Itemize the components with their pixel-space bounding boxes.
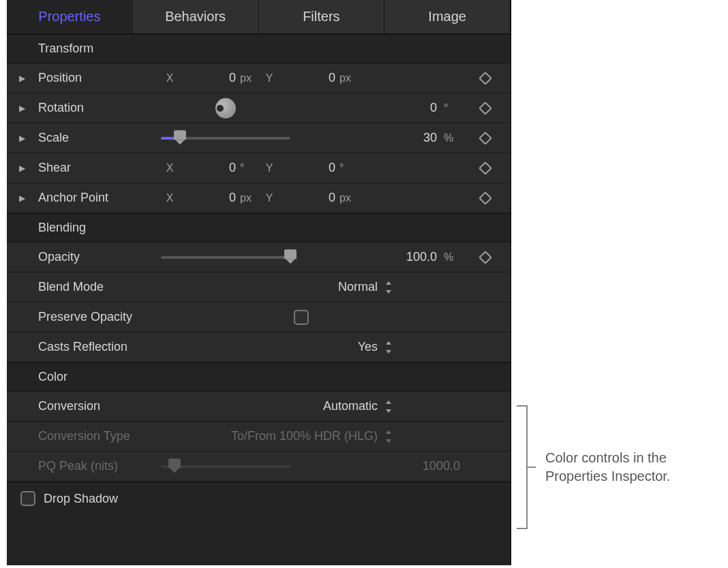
keyframe-button[interactable]: [468, 163, 502, 173]
row-drop-shadow: Drop Shadow: [7, 482, 511, 514]
pq-peak-label: PQ Peak (nits): [38, 459, 161, 473]
shear-x-value[interactable]: 0: [179, 161, 240, 175]
diamond-icon: [479, 251, 492, 264]
pq-peak-value: 1000.0: [396, 459, 464, 473]
anchor-x-value[interactable]: 0: [179, 191, 240, 205]
anchor-y-value[interactable]: 0: [278, 191, 339, 205]
row-scale: ▶ Scale 30 %: [7, 123, 511, 153]
updown-arrows-icon: [384, 430, 393, 443]
rotation-dial-wrap: [161, 98, 290, 119]
annotation-text: Color controls in the Properties Inspect…: [545, 449, 716, 486]
opacity-slider[interactable]: [161, 256, 290, 259]
opacity-label: Opacity: [38, 250, 161, 264]
rotation-dial[interactable]: [215, 98, 236, 119]
row-conversion-type: Conversion Type To/From 100% HDR (HLG): [7, 422, 511, 452]
unit-px: px: [240, 72, 260, 84]
bracket-icon: [511, 405, 528, 529]
properties-inspector-panel: Properties Behaviors Filters Image Trans…: [7, 0, 511, 565]
keyframe-button[interactable]: [468, 133, 502, 143]
position-y-value[interactable]: 0: [278, 71, 339, 85]
disclosure-icon[interactable]: ▶: [19, 133, 30, 143]
updown-arrows-icon[interactable]: [384, 400, 393, 413]
conversion-value[interactable]: Automatic: [323, 399, 378, 413]
tab-filters[interactable]: Filters: [259, 0, 385, 33]
unit-px: px: [240, 192, 260, 204]
diamond-icon: [479, 72, 492, 85]
scale-value[interactable]: 30: [393, 131, 441, 145]
preserve-opacity-label: Preserve Opacity: [38, 310, 161, 324]
drop-shadow-label: Drop Shadow: [44, 492, 118, 506]
diamond-icon: [479, 161, 492, 175]
y-axis-label: Y: [260, 72, 278, 84]
disclosure-icon[interactable]: ▶: [19, 74, 30, 83]
casts-reflection-label: Casts Reflection: [38, 340, 161, 354]
row-rotation: ▶ Rotation 0 °: [7, 93, 511, 123]
keyframe-button[interactable]: [468, 74, 502, 83]
conversion-label: Conversion: [38, 399, 161, 413]
scale-slider[interactable]: [161, 137, 290, 140]
keyframe-button[interactable]: [468, 104, 502, 113]
row-preserve-opacity: Preserve Opacity: [7, 302, 511, 332]
pq-peak-slider: [161, 465, 290, 468]
disclosure-icon[interactable]: ▶: [19, 193, 30, 203]
scale-label: Scale: [38, 131, 161, 145]
inspector-content: Transform ▶ Position X 0 px Y 0 px ▶ Rot…: [7, 34, 511, 565]
updown-arrows-icon[interactable]: [384, 341, 393, 353]
rotation-value[interactable]: 0: [393, 101, 441, 115]
preserve-opacity-checkbox[interactable]: [294, 310, 309, 325]
disclosure-icon[interactable]: ▶: [19, 104, 30, 113]
unit-deg: °: [240, 162, 260, 174]
diamond-icon: [479, 191, 492, 205]
opacity-value[interactable]: 100.0: [393, 250, 441, 264]
x-axis-label: X: [161, 192, 179, 204]
unit-deg: °: [444, 102, 464, 114]
row-casts-reflection: Casts Reflection Yes: [7, 332, 511, 362]
y-axis-label: Y: [260, 192, 278, 204]
row-pq-peak: PQ Peak (nits) 1000.0: [7, 452, 511, 482]
row-position: ▶ Position X 0 px Y 0 px: [7, 63, 511, 93]
unit-deg: °: [339, 162, 360, 174]
updown-arrows-icon[interactable]: [384, 281, 393, 294]
x-axis-label: X: [161, 162, 179, 174]
slider-handle-icon[interactable]: [174, 130, 186, 142]
slider-handle-icon: [168, 458, 181, 471]
annotation-color-controls: Color controls in the Properties Inspect…: [511, 405, 716, 529]
shear-y-value[interactable]: 0: [278, 161, 339, 175]
tab-properties[interactable]: Properties: [7, 0, 133, 33]
slider-handle-icon[interactable]: [284, 249, 297, 262]
tab-image[interactable]: Image: [384, 0, 511, 33]
unit-pct: %: [444, 251, 464, 264]
y-axis-label: Y: [260, 162, 278, 174]
disclosure-icon[interactable]: ▶: [19, 163, 30, 173]
diamond-icon: [479, 101, 492, 115]
rotation-label: Rotation: [38, 101, 161, 115]
row-anchor-point: ▶ Anchor Point X 0 px Y 0 px: [7, 183, 511, 213]
anchor-point-label: Anchor Point: [38, 191, 161, 205]
conversion-type-value: To/From 100% HDR (HLG): [231, 429, 378, 443]
position-label: Position: [38, 71, 161, 85]
inspector-tabs: Properties Behaviors Filters Image: [7, 0, 511, 34]
row-blend-mode: Blend Mode Normal: [7, 272, 511, 302]
tab-behaviors[interactable]: Behaviors: [133, 0, 259, 33]
row-conversion: Conversion Automatic: [7, 392, 511, 422]
diamond-icon: [479, 131, 492, 145]
position-values: X 0 px Y 0 px: [161, 71, 468, 85]
section-header-transform[interactable]: Transform: [7, 34, 511, 63]
section-header-color[interactable]: Color: [7, 362, 511, 392]
unit-pct: %: [444, 132, 464, 144]
blend-mode-label: Blend Mode: [38, 280, 161, 294]
shear-label: Shear: [38, 161, 161, 175]
unit-px: px: [339, 72, 360, 84]
drop-shadow-checkbox[interactable]: [20, 491, 35, 506]
keyframe-button[interactable]: [468, 253, 502, 262]
conversion-type-label: Conversion Type: [38, 429, 161, 443]
section-header-blending[interactable]: Blending: [7, 213, 511, 242]
row-shear: ▶ Shear X 0 ° Y 0 °: [7, 153, 511, 183]
keyframe-button[interactable]: [468, 193, 502, 203]
position-x-value[interactable]: 0: [179, 71, 240, 85]
unit-px: px: [339, 192, 360, 204]
blend-mode-value[interactable]: Normal: [338, 280, 378, 294]
x-axis-label: X: [161, 72, 179, 84]
row-opacity: Opacity 100.0 %: [7, 242, 511, 272]
casts-reflection-value[interactable]: Yes: [358, 340, 378, 354]
